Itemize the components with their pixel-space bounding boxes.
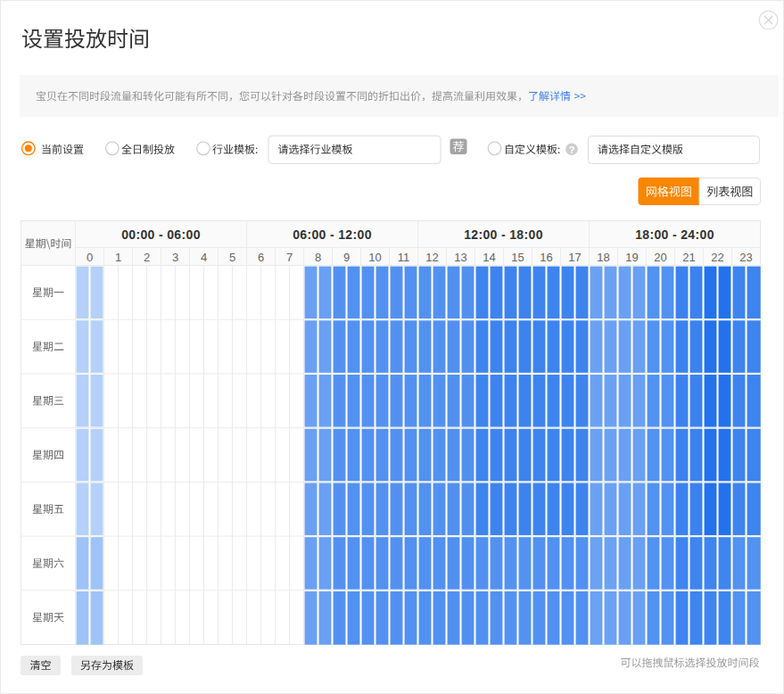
svg-text:15: 15	[511, 251, 524, 264]
svg-text:16: 16	[540, 251, 552, 264]
svg-text:13: 13	[454, 251, 466, 264]
svg-text:21: 21	[682, 251, 695, 264]
svg-text:20: 20	[654, 251, 666, 264]
svg-text:17: 17	[568, 251, 581, 264]
svg-text:23: 23	[739, 251, 752, 264]
svg-text:18:00 - 24:00: 18:00 - 24:00	[635, 227, 714, 242]
svg-text:7: 7	[286, 251, 293, 264]
svg-text:22: 22	[711, 251, 723, 264]
svg-text:12:00 - 18:00: 12:00 - 18:00	[464, 227, 543, 242]
svg-text:?: ?	[569, 145, 575, 155]
svg-text:06:00 - 12:00: 06:00 - 12:00	[293, 227, 372, 242]
svg-text:6: 6	[258, 251, 264, 264]
svg-text:11: 11	[398, 251, 410, 264]
svg-text:1: 1	[115, 251, 121, 264]
svg-text:5: 5	[229, 251, 235, 264]
svg-text:19: 19	[625, 251, 638, 264]
svg-text:18: 18	[597, 251, 609, 264]
svg-text:0: 0	[87, 251, 93, 264]
svg-text:12: 12	[425, 251, 438, 264]
svg-text:14: 14	[483, 251, 495, 264]
svg-text:2: 2	[144, 251, 150, 264]
svg-text:00:00 - 06:00: 00:00 - 06:00	[121, 227, 201, 242]
svg-text:8: 8	[315, 251, 321, 264]
svg-text:9: 9	[343, 251, 350, 264]
svg-text:3: 3	[172, 251, 178, 264]
svg-text:4: 4	[201, 251, 207, 264]
svg-text:10: 10	[368, 251, 381, 264]
